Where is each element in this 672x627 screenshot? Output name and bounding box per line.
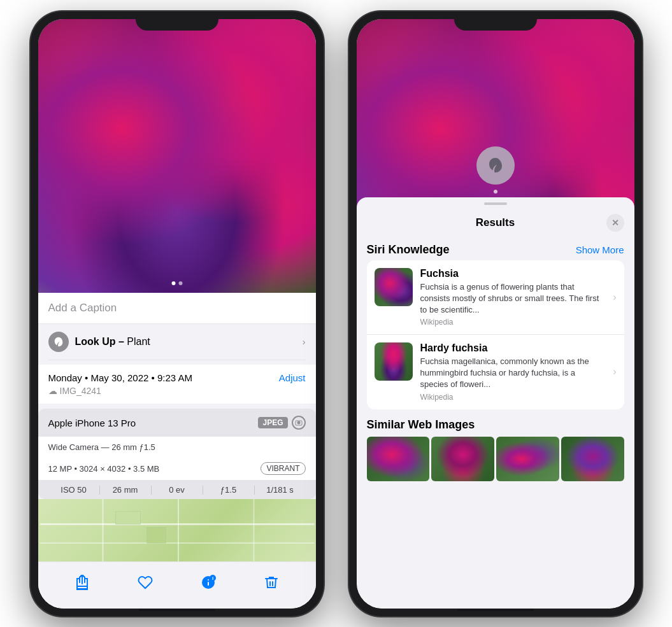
dot-2 [178,281,182,285]
delete-button[interactable] [259,570,284,595]
screen-1: Add a Caption Look Up – Plant › Monday • [38,19,316,609]
fuchsia-source: Wikipedia [420,318,606,327]
toolbar: i [38,561,316,608]
similar-images [357,437,634,481]
fuchsia-desc: Fuchsia is a genus of flowering plants t… [420,281,606,316]
svg-rect-8 [147,527,166,543]
similar-img-3[interactable] [496,437,559,481]
cloud-icon: ☁ [48,386,57,396]
hardy-desc: Fuchsia magellanica, commonly known as t… [420,356,606,391]
adjust-button[interactable]: Adjust [279,372,306,383]
phone-1: Add a Caption Look Up – Plant › Monday • [31,11,324,616]
results-sheet: Results ✕ Siri Knowledge Show More Fuchs… [357,197,634,609]
close-button[interactable]: ✕ [606,214,624,232]
lookup-row[interactable]: Look Up – Plant › [38,324,316,360]
svg-point-0 [297,421,300,425]
flower-image-1 [38,19,316,293]
sheet-title: Results [385,216,606,229]
camera-icon [292,416,306,430]
hardy-thumb [375,342,413,381]
home-indicator-2 [457,609,534,611]
show-more-button[interactable]: Show More [576,244,624,255]
exif-mm: 26 mm [100,485,151,495]
meta-section: Monday • May 30, 2022 • 9:23 AM Adjust ☁… [38,365,316,404]
hardy-source: Wikipedia [420,393,606,402]
exif-row: ISO 50 26 mm 0 ev ƒ1.5 1/181 s [38,480,316,498]
exif-ev: 0 ev [152,485,203,495]
exif-aperture: ƒ1.5 [203,485,254,495]
filename: IMG_4241 [60,386,101,396]
device-row: Apple iPhone 13 Pro JPEG [38,409,316,437]
svg-text:i: i [212,575,213,581]
siri-overlay [476,146,515,185]
notch-2 [454,11,537,31]
meta-location: ☁ IMG_4241 [48,386,306,396]
similar-img-1[interactable] [367,437,430,481]
content-area-1: Add a Caption Look Up – Plant › Monday • [38,293,316,609]
lookup-label: Look Up – Plant [75,336,150,348]
vibrant-badge: VIBRANT [261,462,305,475]
meta-date: Monday • May 30, 2022 • 9:23 AM [48,372,192,383]
phone-2: Results ✕ Siri Knowledge Show More Fuchs… [349,11,642,616]
map-area[interactable] [38,499,316,562]
knowledge-item-fuchsia[interactable]: Fuchsia Fuchsia is a genus of flowering … [367,260,624,335]
info-button[interactable]: i [196,570,221,595]
sheet-header: Results ✕ [357,205,634,238]
fuchsia-info: Fuchsia Fuchsia is a genus of flowering … [420,268,606,327]
svg-rect-11 [208,582,209,586]
share-button[interactable] [69,570,95,595]
similar-img-2[interactable] [431,437,494,481]
spec-row-2: 12 MP • 3024 × 4032 • 3.5 MB VIBRANT [38,457,316,480]
similar-header: Similar Web Images [357,409,634,437]
hardy-info: Hardy fuchsia Fuchsia magellanica, commo… [420,342,606,402]
device-name: Apple iPhone 13 Pro [48,418,136,428]
device-badges: JPEG [258,416,305,430]
fuchsia-name: Fuchsia [420,268,606,279]
fuchsia-thumb-image [375,268,413,306]
lookup-chevron: › [303,337,306,347]
exif-shutter: 1/181 s [255,485,306,495]
dot-1 [171,281,175,285]
screen-2: Results ✕ Siri Knowledge Show More Fuchs… [357,19,634,609]
svg-point-10 [208,579,209,581]
device-section: Apple iPhone 13 Pro JPEG Wide Camera — 2… [38,409,316,498]
siri-leaf-icon [485,155,506,176]
notch-1 [136,11,218,31]
dot-indicator-1 [171,281,182,285]
siri-dot [494,190,497,194]
similar-title: Similar Web Images [367,418,475,431]
fuchsia-thumb [375,268,413,306]
siri-knowledge-header: Siri Knowledge Show More [357,238,634,260]
favorite-button[interactable] [132,570,158,595]
spec-row-1: Wide Camera — 26 mm ƒ1.5 [38,437,316,457]
knowledge-item-hardy[interactable]: Hardy fuchsia Fuchsia magellanica, commo… [367,335,624,409]
meta-row-1: Monday • May 30, 2022 • 9:23 AM Adjust [48,372,306,383]
map-overlay [38,499,316,562]
hardy-name: Hardy fuchsia [420,342,606,354]
svg-rect-7 [115,511,141,524]
photo-area-1[interactable] [38,19,316,293]
format-badge: JPEG [258,417,287,428]
hardy-thumb-image [375,342,413,381]
separator-1 [48,360,306,360]
fuchsia-chevron: › [613,292,616,303]
exif-iso: ISO 50 [48,485,99,495]
knowledge-card: Fuchsia Fuchsia is a genus of flowering … [367,260,624,409]
home-indicator-1 [139,609,215,611]
lookup-icon [48,332,69,352]
leaf-icon [53,336,64,348]
siri-knowledge-title: Siri Knowledge [367,243,450,257]
similar-img-4[interactable] [561,437,624,481]
caption-area[interactable]: Add a Caption [38,293,316,324]
caption-placeholder: Add a Caption [48,302,117,314]
hardy-chevron: › [613,366,616,377]
